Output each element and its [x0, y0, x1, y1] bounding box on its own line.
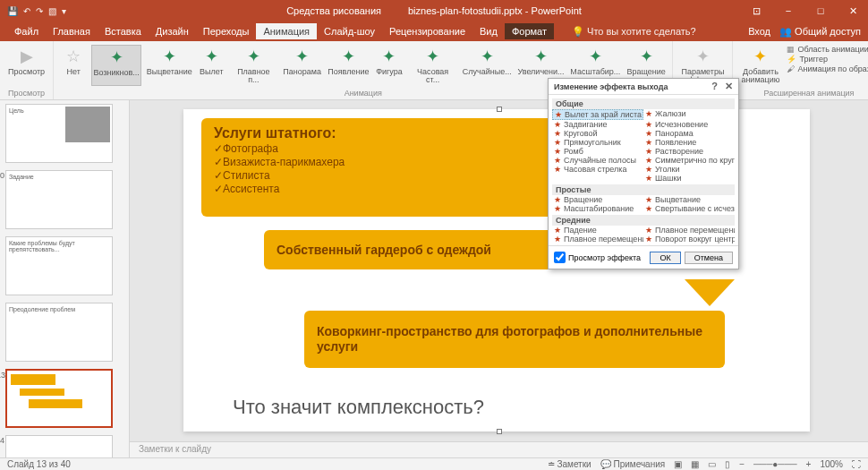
effect-item[interactable]: ★Растворение: [643, 147, 735, 156]
undo-icon[interactable]: ↶: [23, 6, 30, 16]
effect-item[interactable]: ★Исчезновение: [643, 120, 735, 129]
tab-view[interactable]: Вид: [472, 23, 505, 39]
effect-item[interactable]: ★Свертывание с исчезновением: [643, 204, 735, 213]
fit-window-icon[interactable]: ⛶: [852, 459, 861, 469]
dropdown-icon[interactable]: ▾: [62, 6, 66, 16]
ribbon-options-icon[interactable]: ⊡: [741, 0, 771, 21]
star-icon: ☆: [66, 47, 81, 66]
zoom-out-button[interactable]: −: [739, 459, 745, 469]
effect-item[interactable]: ★Выцветание: [643, 195, 735, 204]
exit-star-icon: ★: [645, 235, 652, 244]
normal-view-icon[interactable]: ▣: [674, 459, 682, 469]
effect-item[interactable]: ★Ромб: [552, 147, 643, 156]
effect-item[interactable]: ★Падение: [552, 226, 643, 235]
effect-item[interactable]: ★Плавное перемещение вверх: [643, 226, 735, 235]
exit-star-icon: ★: [645, 109, 652, 118]
animation-gallery-item[interactable]: ☆Нет: [59, 45, 88, 86]
signin-link[interactable]: Вход: [748, 26, 770, 37]
effect-item[interactable]: ★Плавное перемещение вниз: [552, 235, 643, 244]
effect-item[interactable]: ★Круговой: [552, 129, 643, 138]
tab-slideshow[interactable]: Слайд-шоу: [317, 23, 382, 39]
zoom-level[interactable]: 100%: [820, 459, 843, 469]
close-button[interactable]: ✕: [838, 0, 868, 21]
effect-item[interactable]: ★Задвигание: [552, 120, 643, 129]
effect-item[interactable]: ★Масштабирование: [552, 204, 643, 213]
tab-insert[interactable]: Вставка: [98, 23, 149, 39]
effect-item[interactable]: ★Часовая стрелка: [552, 165, 643, 174]
effect-item[interactable]: ★Шашки: [643, 174, 735, 183]
save-icon[interactable]: 💾: [7, 6, 18, 16]
effect-item[interactable]: ★Прямоугольник: [552, 138, 643, 147]
preview-effect-checkbox[interactable]: Просмотр эффекта: [554, 252, 641, 263]
effect-item[interactable]: ★Панорама: [643, 129, 735, 138]
add-animation-button[interactable]: ✦Добавить анимацию: [738, 45, 782, 86]
effect-list[interactable]: Общие★Вылет за край листа★Жалюзи★Задвига…: [549, 95, 738, 245]
tab-file[interactable]: Файл: [7, 23, 46, 39]
tab-transitions[interactable]: Переходы: [196, 23, 257, 39]
maximize-button[interactable]: □: [805, 0, 836, 21]
effect-item[interactable]: ★Случайные полосы: [552, 156, 643, 165]
animation-gallery-item[interactable]: ✦Выцветание: [145, 45, 193, 86]
tab-animations[interactable]: Анимация: [256, 23, 317, 39]
change-exit-effect-dialog: Изменение эффекта выхода ? ✕ Общие★Вылет…: [548, 78, 739, 269]
reading-view-icon[interactable]: ▭: [708, 459, 716, 469]
arrow-shape[interactable]: [685, 279, 735, 306]
share-button[interactable]: 👥 Общий доступ: [779, 26, 861, 38]
services-title: Услуги штатного:: [214, 125, 547, 141]
quick-access-toolbar: 💾 ↶ ↷ ▧ ▾: [0, 6, 66, 16]
tab-home[interactable]: Главная: [46, 23, 98, 39]
tell-me-search[interactable]: 💡 Что вы хотите сделать?: [572, 26, 696, 38]
animation-gallery-item[interactable]: ✦Панорама: [282, 45, 323, 86]
animation-gallery-item[interactable]: ✦Случайные...: [461, 45, 513, 86]
slide-thumbnail[interactable]: 13: [5, 369, 113, 428]
slide-thumbnail[interactable]: Преодоление проблем: [5, 303, 113, 362]
animation-gallery-item[interactable]: ✦Часовая ст...: [408, 45, 458, 86]
animation-painter-button[interactable]: 🖌Анимация по образцу: [787, 64, 868, 73]
comments-toggle[interactable]: 💬 Примечания: [600, 459, 666, 469]
slide-thumbnail[interactable]: 14: [5, 435, 113, 457]
effect-item[interactable]: ★Появление: [643, 138, 735, 147]
dialog-close-button[interactable]: ✕: [725, 81, 733, 92]
minimize-button[interactable]: −: [773, 0, 804, 21]
slideshow-view-icon[interactable]: ▯: [725, 459, 730, 469]
selection-handle[interactable]: [497, 429, 502, 434]
text-box-coworking[interactable]: Коворкинг-пространство для фотографов и …: [304, 311, 725, 368]
exit-star-icon: ★: [554, 156, 561, 165]
selection-handle[interactable]: [497, 107, 502, 112]
slide-thumbnail[interactable]: Какие проблемы будут препятствовать...: [5, 236, 113, 295]
effect-item[interactable]: ★Симметрично по кругу: [643, 156, 735, 165]
slide-thumbnail[interactable]: 10Задание: [5, 170, 113, 229]
preview-button[interactable]: ▶Просмотр: [5, 45, 47, 78]
cancel-button[interactable]: Отмена: [685, 252, 733, 264]
effect-item[interactable]: ★Уголки: [643, 165, 735, 174]
effect-item[interactable]: ★Вращение: [552, 195, 643, 204]
zoom-in-button[interactable]: +: [806, 459, 812, 469]
notes-pane[interactable]: Заметки к слайду: [130, 441, 868, 457]
animation-gallery-item[interactable]: ✦Возникнов...: [91, 45, 141, 86]
text-box-services[interactable]: Услуги штатного: ✓Фотографа✓Визажиста-па…: [201, 118, 559, 217]
tab-design[interactable]: Дизайн: [149, 23, 196, 39]
animation-gallery-item[interactable]: ✦Вылет: [197, 45, 226, 86]
redo-icon[interactable]: ↷: [36, 6, 43, 16]
effect-item[interactable]: ★Вылет за край листа: [552, 109, 643, 120]
dialog-titlebar[interactable]: Изменение эффекта выхода ? ✕: [549, 79, 738, 95]
animation-pane-button[interactable]: ▦Область анимации: [787, 45, 868, 54]
sorter-view-icon[interactable]: ▦: [691, 459, 699, 469]
trigger-button[interactable]: ⚡Триггер: [787, 55, 868, 64]
ok-button[interactable]: ОК: [650, 252, 680, 264]
tab-review[interactable]: Рецензирование: [382, 23, 472, 39]
question-text[interactable]: Что значит комплексность?: [233, 396, 484, 419]
zoom-slider[interactable]: ───●───: [753, 459, 797, 469]
canvas[interactable]: Услуги штатного: ✓Фотографа✓Визажиста-па…: [130, 100, 868, 441]
tab-format[interactable]: Формат: [505, 23, 554, 39]
start-slideshow-icon[interactable]: ▧: [48, 6, 56, 16]
animation-gallery-item[interactable]: ✦Плавное п...: [229, 45, 277, 86]
effect-item[interactable]: ★Жалюзи: [643, 109, 735, 118]
effect-item[interactable]: ★Поворот вокруг центра: [643, 235, 735, 244]
dialog-help-button[interactable]: ?: [711, 81, 718, 92]
notes-toggle[interactable]: ≐ Заметки: [548, 459, 591, 469]
animation-gallery-item[interactable]: ✦Появление: [327, 45, 370, 86]
slide-thumbnails[interactable]: Цель10ЗаданиеКакие проблемы будут препят…: [0, 100, 130, 457]
slide-thumbnail[interactable]: Цель: [5, 104, 113, 163]
animation-gallery-item[interactable]: ✦Фигура: [374, 45, 404, 86]
